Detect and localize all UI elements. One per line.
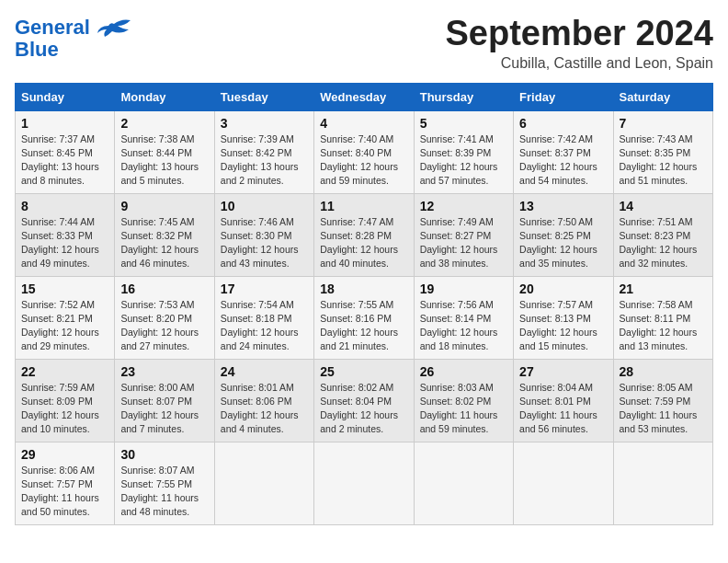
logo: General Blue [15, 15, 131, 61]
calendar-table: SundayMondayTuesdayWednesdayThursdayFrid… [15, 83, 713, 525]
calendar-cell: 3Sunrise: 7:39 AMSunset: 8:42 PMDaylight… [214, 110, 313, 193]
calendar-cell: 17Sunrise: 7:54 AMSunset: 8:18 PMDayligh… [214, 276, 313, 359]
weekday-header-wednesday: Wednesday [314, 83, 414, 110]
day-info: Sunrise: 7:43 AMSunset: 8:35 PMDaylight:… [620, 132, 707, 189]
day-number: 2 [120, 116, 208, 131]
location: Cubilla, Castille and Leon, Spain [446, 55, 714, 72]
calendar-cell: 28Sunrise: 8:05 AMSunset: 7:59 PMDayligh… [613, 359, 712, 442]
day-info: Sunrise: 7:37 AMSunset: 8:45 PMDaylight:… [21, 132, 108, 189]
calendar-cell: 30Sunrise: 8:07 AMSunset: 7:55 PMDayligh… [115, 442, 214, 524]
calendar-cell: 7Sunrise: 7:43 AMSunset: 8:35 PMDaylight… [613, 110, 712, 193]
day-number: 29 [21, 447, 108, 462]
calendar-cell: 4Sunrise: 7:40 AMSunset: 8:40 PMDaylight… [314, 110, 414, 193]
weekday-header-monday: Monday [115, 83, 214, 110]
day-info: Sunrise: 7:42 AMSunset: 8:37 PMDaylight:… [519, 132, 607, 189]
day-number: 7 [620, 116, 707, 131]
day-number: 20 [519, 282, 607, 296]
logo-bird-icon [96, 17, 131, 40]
day-number: 15 [21, 282, 108, 296]
day-info: Sunrise: 7:55 AMSunset: 8:16 PMDaylight:… [320, 298, 407, 354]
day-info: Sunrise: 7:51 AMSunset: 8:23 PMDaylight:… [620, 215, 707, 271]
calendar-week-row: 22Sunrise: 7:59 AMSunset: 8:09 PMDayligh… [16, 359, 713, 442]
day-number: 24 [221, 364, 308, 379]
day-number: 11 [320, 199, 407, 213]
day-number: 28 [620, 364, 707, 379]
logo-text: General [15, 17, 90, 39]
calendar-cell: 10Sunrise: 7:46 AMSunset: 8:30 PMDayligh… [214, 193, 313, 276]
day-info: Sunrise: 8:02 AMSunset: 8:04 PMDaylight:… [320, 381, 407, 437]
calendar-cell: 21Sunrise: 7:58 AMSunset: 8:11 PMDayligh… [613, 276, 712, 359]
calendar-week-row: 29Sunrise: 8:06 AMSunset: 7:57 PMDayligh… [16, 442, 713, 524]
calendar-cell: 11Sunrise: 7:47 AMSunset: 8:28 PMDayligh… [314, 193, 414, 276]
calendar-cell: 25Sunrise: 8:02 AMSunset: 8:04 PMDayligh… [314, 359, 414, 442]
calendar-cell [214, 442, 313, 524]
day-number: 22 [21, 364, 108, 379]
calendar-body: 1Sunrise: 7:37 AMSunset: 8:45 PMDaylight… [16, 110, 713, 524]
calendar-cell: 8Sunrise: 7:44 AMSunset: 8:33 PMDaylight… [16, 193, 115, 276]
day-info: Sunrise: 8:06 AMSunset: 7:57 PMDaylight:… [21, 464, 108, 520]
weekday-header-saturday: Saturday [613, 83, 712, 110]
day-info: Sunrise: 8:07 AMSunset: 7:55 PMDaylight:… [120, 464, 208, 520]
day-info: Sunrise: 8:03 AMSunset: 8:02 PMDaylight:… [420, 381, 507, 437]
weekday-header-friday: Friday [514, 83, 613, 110]
calendar-week-row: 1Sunrise: 7:37 AMSunset: 8:45 PMDaylight… [16, 110, 713, 193]
weekday-header-thursday: Thursday [414, 83, 513, 110]
page-header: General Blue September 2024 Cubilla, Cas… [15, 15, 713, 72]
day-info: Sunrise: 7:58 AMSunset: 8:11 PMDaylight:… [620, 298, 707, 354]
day-number: 18 [320, 282, 407, 296]
weekday-header-tuesday: Tuesday [214, 83, 313, 110]
calendar-cell: 12Sunrise: 7:49 AMSunset: 8:27 PMDayligh… [414, 193, 513, 276]
calendar-week-row: 15Sunrise: 7:52 AMSunset: 8:21 PMDayligh… [16, 276, 713, 359]
day-number: 12 [420, 199, 507, 213]
calendar-cell [514, 442, 613, 524]
day-info: Sunrise: 8:04 AMSunset: 8:01 PMDaylight:… [519, 381, 607, 437]
day-info: Sunrise: 7:46 AMSunset: 8:30 PMDaylight:… [221, 215, 308, 271]
day-number: 6 [519, 116, 607, 131]
day-number: 14 [620, 199, 707, 213]
day-number: 9 [120, 199, 208, 213]
day-number: 4 [320, 116, 407, 131]
calendar-cell: 23Sunrise: 8:00 AMSunset: 8:07 PMDayligh… [115, 359, 214, 442]
day-info: Sunrise: 7:38 AMSunset: 8:44 PMDaylight:… [120, 132, 208, 189]
day-number: 21 [620, 282, 707, 296]
calendar-cell: 16Sunrise: 7:53 AMSunset: 8:20 PMDayligh… [115, 276, 214, 359]
logo-text-blue: Blue [15, 39, 59, 61]
weekday-header-sunday: Sunday [16, 83, 115, 110]
calendar-week-row: 8Sunrise: 7:44 AMSunset: 8:33 PMDaylight… [16, 193, 713, 276]
calendar-cell [314, 442, 414, 524]
day-number: 27 [519, 364, 607, 379]
calendar-cell: 15Sunrise: 7:52 AMSunset: 8:21 PMDayligh… [16, 276, 115, 359]
day-info: Sunrise: 7:49 AMSunset: 8:27 PMDaylight:… [420, 215, 507, 271]
day-info: Sunrise: 7:44 AMSunset: 8:33 PMDaylight:… [21, 215, 108, 271]
calendar-cell: 22Sunrise: 7:59 AMSunset: 8:09 PMDayligh… [16, 359, 115, 442]
day-info: Sunrise: 7:53 AMSunset: 8:20 PMDaylight:… [120, 298, 208, 354]
day-info: Sunrise: 7:40 AMSunset: 8:40 PMDaylight:… [320, 132, 407, 189]
day-info: Sunrise: 7:56 AMSunset: 8:14 PMDaylight:… [420, 298, 507, 354]
day-number: 13 [519, 199, 607, 213]
calendar-cell: 29Sunrise: 8:06 AMSunset: 7:57 PMDayligh… [16, 442, 115, 524]
day-number: 10 [221, 199, 308, 213]
day-number: 23 [120, 364, 208, 379]
calendar-cell: 14Sunrise: 7:51 AMSunset: 8:23 PMDayligh… [613, 193, 712, 276]
calendar-header-row: SundayMondayTuesdayWednesdayThursdayFrid… [16, 83, 713, 110]
day-info: Sunrise: 7:39 AMSunset: 8:42 PMDaylight:… [221, 132, 308, 189]
day-info: Sunrise: 7:47 AMSunset: 8:28 PMDaylight:… [320, 215, 407, 271]
calendar-cell: 18Sunrise: 7:55 AMSunset: 8:16 PMDayligh… [314, 276, 414, 359]
day-info: Sunrise: 7:59 AMSunset: 8:09 PMDaylight:… [21, 381, 108, 437]
day-info: Sunrise: 7:45 AMSunset: 8:32 PMDaylight:… [120, 215, 208, 271]
calendar-cell [613, 442, 712, 524]
day-number: 3 [221, 116, 308, 131]
title-block: September 2024 Cubilla, Castille and Leo… [446, 15, 714, 72]
day-number: 30 [120, 447, 208, 462]
day-info: Sunrise: 7:54 AMSunset: 8:18 PMDaylight:… [221, 298, 308, 354]
day-info: Sunrise: 8:00 AMSunset: 8:07 PMDaylight:… [120, 381, 208, 437]
day-info: Sunrise: 7:41 AMSunset: 8:39 PMDaylight:… [420, 132, 507, 189]
day-number: 26 [420, 364, 507, 379]
day-info: Sunrise: 7:57 AMSunset: 8:13 PMDaylight:… [519, 298, 607, 354]
day-number: 8 [21, 199, 108, 213]
day-number: 25 [320, 364, 407, 379]
day-number: 17 [221, 282, 308, 296]
day-info: Sunrise: 8:05 AMSunset: 7:59 PMDaylight:… [620, 381, 707, 437]
month-title: September 2024 [446, 15, 714, 53]
calendar-cell: 6Sunrise: 7:42 AMSunset: 8:37 PMDaylight… [514, 110, 613, 193]
